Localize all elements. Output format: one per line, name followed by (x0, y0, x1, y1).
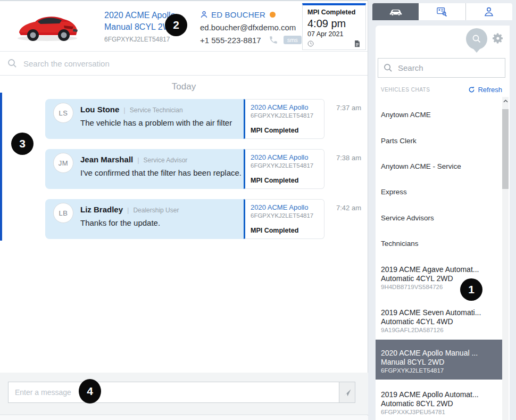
customer-phone[interactable]: +1 555-223-8817 (200, 36, 261, 45)
sender-name: Lou Stone (80, 105, 119, 114)
message-timestamp: 7:37 am (336, 99, 361, 112)
vehicle-item-subtitle: Manual 8CYL 2WD (381, 358, 502, 367)
sender-name: Jean Marshall (80, 155, 133, 164)
chat-group-item[interactable]: Express (381, 188, 407, 196)
mpi-time: 4:09 pm (307, 18, 361, 30)
unread-accent-bar (0, 93, 2, 241)
car-icon (389, 8, 403, 16)
conversation-search-bar (0, 52, 368, 76)
vehicle-item-vin: 9A19GAFL2DA587126 (381, 326, 481, 334)
card-vehicle-vin: 6FGPXYKJ2LET54817 (251, 212, 319, 219)
message-bubble: LS Lou Stone | Service Technician The ve… (45, 99, 244, 139)
message-bubble: JM Jean Marshall | Service Advisor I've … (45, 149, 244, 189)
tab-service[interactable] (419, 3, 465, 20)
person-icon (200, 11, 208, 19)
card-vehicle-link[interactable]: 2020 ACME Apollo (251, 203, 319, 211)
message-row: LS Lou Stone | Service Technician The ve… (45, 99, 368, 139)
vehicle-context-card[interactable]: 2020 ACME Apollo 6FGPXYKJ2LET54817 MPI C… (244, 199, 324, 239)
chat-group-item[interactable]: Service Advisors (381, 214, 434, 222)
mpi-status-card[interactable]: MPI Completed 4:09 pm 07 Apr 2021 (302, 3, 366, 50)
vehicle-context-card[interactable]: 2020 ACME Apollo 6FGPXYKJ2LET54817 MPI C… (244, 99, 324, 139)
conversation-pane: 2020 ACME Apollo Manual 8CYL 2WD 6FGPXYK… (0, 0, 368, 420)
message-timestamp: 7:42 am (336, 199, 361, 212)
customer-name[interactable]: ED BOUCHER (211, 10, 265, 19)
mpi-date: 07 Apr 2021 (307, 30, 361, 38)
annotation-badge-2: 2 (165, 14, 187, 36)
avatar: LB (53, 203, 73, 223)
search-icon (7, 59, 17, 68)
card-mpi-status: MPI Completed (251, 177, 319, 184)
sender-name: Liz Bradley (80, 205, 123, 214)
message-input[interactable] (9, 382, 339, 402)
message-row: LB Liz Bradley | Dealership User Thanks … (45, 199, 368, 239)
card-vehicle-link[interactable]: 2020 ACME Apollo (251, 153, 319, 161)
conversation-search-input[interactable] (23, 59, 343, 68)
search-icon (384, 63, 393, 72)
avatar: LS (53, 103, 73, 123)
sidebar-search-input[interactable] (398, 63, 494, 72)
name-role-separator: | (137, 156, 139, 164)
vehicle-item-subtitle: Automatic 4CYL 4WD (381, 317, 481, 326)
vehicle-chat-item[interactable]: 2019 ACME Apollo Automat... Automatic 8C… (381, 390, 479, 416)
vehicle-chat-item-selected[interactable]: 2020 ACME Apollo Manual ... Manual 8CYL … (376, 340, 502, 380)
sidebar-search-box (378, 58, 505, 78)
section-label: VEHICLES CHATS (381, 87, 430, 93)
day-divider: Today (0, 81, 368, 94)
phone-icon[interactable] (269, 35, 278, 45)
sidebar-scrollbar[interactable] (502, 97, 509, 420)
tab-vehicles[interactable] (372, 3, 419, 20)
card-mpi-status: MPI Completed (251, 127, 319, 134)
chat-group-item[interactable]: Anytown ACME - Service (381, 162, 461, 170)
message-bubble: LB Liz Bradley | Dealership User Thanks … (45, 199, 244, 239)
gear-icon[interactable] (492, 32, 504, 45)
send-button[interactable] (339, 382, 355, 403)
card-vehicle-vin: 6FGPXYKJ2LET54817 (251, 112, 319, 119)
card-vehicle-vin: 6FGPXYKJ2LET54817 (251, 162, 319, 169)
message-text: The vehicle has a problem with the air f… (80, 118, 244, 127)
vehicle-context-card[interactable]: 2020 ACME Apollo 6FGPXYKJ2LET54817 MPI C… (244, 149, 324, 189)
refresh-button[interactable]: Refresh (468, 86, 502, 94)
presence-indicator (270, 12, 276, 18)
name-role-separator: | (127, 206, 129, 214)
chat-group-item[interactable]: Anytown ACME (381, 111, 431, 119)
compose-area (0, 373, 368, 415)
report-document-icon[interactable] (354, 40, 361, 47)
customer-email[interactable]: ed.boucher@dfxdemo.com (200, 23, 302, 32)
sidebar-search-button[interactable] (466, 28, 487, 50)
mpi-status-title: MPI Completed (307, 9, 361, 16)
vehicle-item-title: 2020 ACME Apollo Manual ... (381, 349, 502, 358)
annotation-badge-3: 3 (11, 133, 34, 155)
message-list: LS Lou Stone | Service Technician The ve… (0, 99, 368, 239)
message-text: I've confirmed that the filter has been … (80, 168, 244, 177)
scrollbar-thumb[interactable] (502, 109, 509, 189)
vehicle-item-title: 2019 ACME Seven Automati... (381, 308, 481, 317)
refresh-icon (468, 86, 475, 93)
name-role-separator: | (123, 106, 125, 114)
annotation-badge-4: 4 (79, 379, 101, 403)
sms-badge[interactable]: sms (284, 36, 302, 44)
card-vehicle-link[interactable]: 2020 ACME Apollo (251, 103, 319, 111)
tab-contacts[interactable] (465, 3, 512, 20)
chat-group-item[interactable]: Technicians (381, 240, 419, 248)
scrollbar-up-arrow[interactable] (502, 97, 509, 105)
send-icon (343, 388, 352, 397)
bottom-strip (0, 416, 368, 420)
vehicle-chat-item[interactable]: 2019 ACME Seven Automati... Automatic 4C… (381, 308, 481, 334)
customer-contact: ED BOUCHER ed.boucher@dfxdemo.com +1 555… (200, 10, 302, 45)
sender-role: Service Advisor (144, 157, 188, 164)
sender-role: Service Technician (130, 106, 183, 114)
app-window: 2020 ACME Apollo Manual 8CYL 2WD 6FGPXYK… (0, 0, 516, 420)
sidebar-panel: VEHICLES CHATS Refresh Anytown ACME Part… (376, 26, 510, 420)
sidebar-tabs (372, 3, 512, 20)
annotation-badge-1: 1 (460, 278, 482, 301)
vehicle-item-vin: 6FGPXXKJ3PEU54781 (381, 408, 479, 416)
vehicle-photo (14, 7, 81, 45)
refresh-label: Refresh (478, 86, 502, 94)
message-row: JM Jean Marshall | Service Advisor I've … (45, 149, 368, 189)
card-mpi-status: MPI Completed (251, 227, 319, 234)
person-icon (484, 6, 494, 17)
service-badge-wrench-icon (436, 6, 448, 17)
chat-group-item[interactable]: Parts Clerk (381, 137, 417, 145)
vehicle-item-title: 2019 ACME Apollo Automat... (381, 390, 479, 399)
vehicle-item-vin: 6FGPXYKJ2LET54817 (381, 367, 502, 375)
